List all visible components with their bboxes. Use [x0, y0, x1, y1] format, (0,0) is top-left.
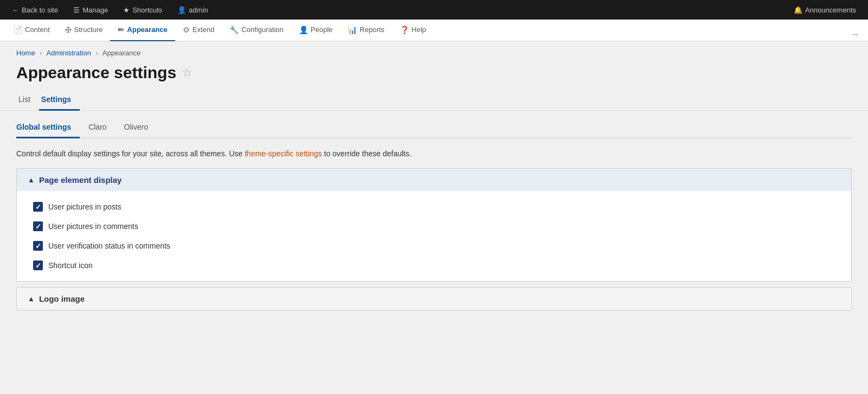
nav-help-label: Help	[412, 26, 426, 34]
accordion-page-element-display: ▲ Page element display ✓ User pictures i…	[16, 168, 852, 282]
admin-user-link[interactable]: 👤 admin	[171, 0, 214, 20]
tab-list[interactable]: List	[16, 91, 39, 111]
announcements-link[interactable]: 🔔 Announcements	[787, 0, 863, 20]
breadcrumb-current: Appearance	[103, 49, 141, 57]
reports-icon: 📊	[348, 26, 357, 34]
sub-tab-olivero[interactable]: Olivero	[124, 119, 157, 138]
nav-item-configuration[interactable]: 🔧 Configuration	[222, 20, 291, 41]
checkmark-icon-2: ✓	[35, 223, 41, 231]
nav-item-extend[interactable]: ⚙ Extend	[175, 20, 222, 41]
content-icon: 📄	[13, 26, 22, 34]
people-icon: 👤	[299, 26, 308, 34]
sub-tab-global[interactable]: Global settings	[16, 119, 80, 138]
accordion-body-page-element: ✓ User pictures in posts ✓ User pictures…	[17, 191, 851, 281]
sub-tabs: Global settings Claro Olivero	[16, 111, 852, 138]
breadcrumb-sep-2: ›	[96, 49, 98, 57]
announcements-label: Announcements	[805, 6, 856, 14]
accordion-header-page-element[interactable]: ▲ Page element display	[17, 169, 851, 191]
accordion-title-page-element: Page element display	[39, 175, 122, 185]
structure-icon: ✠	[65, 26, 72, 34]
right-toggle: ⎯	[433, 24, 863, 36]
nav-people-label: People	[311, 26, 333, 34]
nav-content-label: Content	[25, 26, 50, 34]
manage-label: Manage	[82, 6, 108, 14]
nav-configuration-label: Configuration	[241, 26, 283, 34]
manage-icon: ☰	[73, 6, 80, 14]
breadcrumb-home[interactable]: Home	[16, 49, 35, 57]
nav-reports-label: Reports	[360, 26, 385, 34]
sidebar-toggle-button[interactable]: ⎯	[848, 24, 863, 36]
checkbox-label-user-pictures-posts: User pictures in posts	[48, 202, 122, 211]
appearance-icon: ✏	[118, 26, 124, 34]
nav-item-reports[interactable]: 📊 Reports	[340, 20, 392, 41]
nav-structure-label: Structure	[74, 26, 103, 34]
page-title: Appearance settings	[16, 63, 176, 82]
theme-specific-link[interactable]: theme-specific settings	[245, 149, 322, 158]
back-to-site-label: Back to site	[22, 6, 58, 14]
tab-settings-label: Settings	[41, 95, 71, 104]
bell-icon: 🔔	[794, 6, 802, 14]
checkbox-label-shortcut-icon: Shortcut icon	[48, 261, 93, 270]
admin-bar-right: 🔔 Announcements	[787, 0, 863, 20]
configuration-icon: 🔧	[229, 26, 239, 34]
help-icon: ❓	[400, 26, 409, 34]
sub-tab-claro-label: Claro	[88, 123, 106, 131]
chevron-up-icon-2: ▲	[28, 295, 35, 303]
nav-extend-label: Extend	[193, 26, 214, 34]
user-icon: 👤	[177, 6, 186, 14]
description-text: Control default display settings for you…	[16, 148, 852, 160]
description-suffix: to override these defaults.	[324, 149, 411, 158]
checkmark-icon: ✓	[35, 203, 41, 211]
accordion-header-logo[interactable]: ▲ Logo image	[17, 288, 851, 310]
admin-bar-left: ← Back to site ☰ Manage ★ Shortcuts 👤 ad…	[5, 0, 215, 20]
accordion-logo-image: ▲ Logo image	[16, 287, 852, 310]
checkbox-label-user-verification: User verification status in comments	[48, 242, 170, 250]
admin-label: admin	[189, 6, 208, 14]
nav-item-structure[interactable]: ✠ Structure	[58, 20, 111, 41]
checkbox-item-user-pictures-posts: ✓ User pictures in posts	[33, 202, 835, 212]
secondary-nav: 📄 Content ✠ Structure ✏ Appearance ⚙ Ext…	[0, 20, 868, 41]
checkmark-icon-4: ✓	[35, 262, 41, 270]
page-header: Appearance settings ☆	[0, 60, 868, 91]
back-to-site-link[interactable]: ← Back to site	[5, 0, 65, 20]
extend-icon: ⚙	[183, 26, 190, 34]
star-nav-icon: ★	[123, 6, 130, 14]
accordion-title-logo: Logo image	[39, 294, 85, 303]
checkmark-icon-3: ✓	[35, 242, 41, 250]
description-prefix: Control default display settings for you…	[16, 149, 245, 158]
sub-tab-claro[interactable]: Claro	[88, 119, 115, 138]
nav-appearance-label: Appearance	[127, 26, 167, 34]
checkbox-user-verification[interactable]: ✓	[33, 241, 43, 251]
nav-item-content[interactable]: 📄 Content	[5, 20, 58, 41]
nav-item-appearance[interactable]: ✏ Appearance	[110, 20, 175, 41]
breadcrumb-administration[interactable]: Administration	[47, 49, 91, 57]
manage-link[interactable]: ☰ Manage	[67, 0, 114, 20]
checkbox-user-pictures-comments[interactable]: ✓	[33, 221, 43, 231]
admin-bar: ← Back to site ☰ Manage ★ Shortcuts 👤 ad…	[0, 0, 868, 20]
chevron-up-icon: ▲	[28, 176, 35, 184]
nav-item-help[interactable]: ❓ Help	[392, 20, 434, 41]
back-arrow-icon: ←	[12, 6, 19, 14]
checkbox-item-shortcut-icon: ✓ Shortcut icon	[33, 260, 835, 270]
nav-item-people[interactable]: 👤 People	[291, 20, 340, 41]
main-content: Global settings Claro Olivero Control de…	[0, 111, 868, 332]
checkbox-item-user-pictures-comments: ✓ User pictures in comments	[33, 221, 835, 231]
sub-tab-global-label: Global settings	[16, 123, 71, 131]
checkbox-label-user-pictures-comments: User pictures in comments	[48, 222, 138, 231]
breadcrumb: Home › Administration › Appearance	[0, 41, 868, 60]
shortcuts-label: Shortcuts	[132, 6, 162, 14]
checkbox-shortcut-icon[interactable]: ✓	[33, 260, 43, 270]
tabs-container: List Settings	[0, 91, 868, 111]
sub-tab-olivero-label: Olivero	[124, 123, 148, 131]
tab-settings[interactable]: Settings	[39, 91, 80, 111]
breadcrumb-sep-1: ›	[40, 49, 42, 57]
checkbox-user-pictures-posts[interactable]: ✓	[33, 202, 43, 212]
bookmark-star-icon[interactable]: ☆	[182, 66, 193, 80]
shortcuts-link[interactable]: ★ Shortcuts	[117, 0, 169, 20]
tab-list-label: List	[18, 95, 30, 104]
checkbox-item-user-verification: ✓ User verification status in comments	[33, 241, 835, 251]
